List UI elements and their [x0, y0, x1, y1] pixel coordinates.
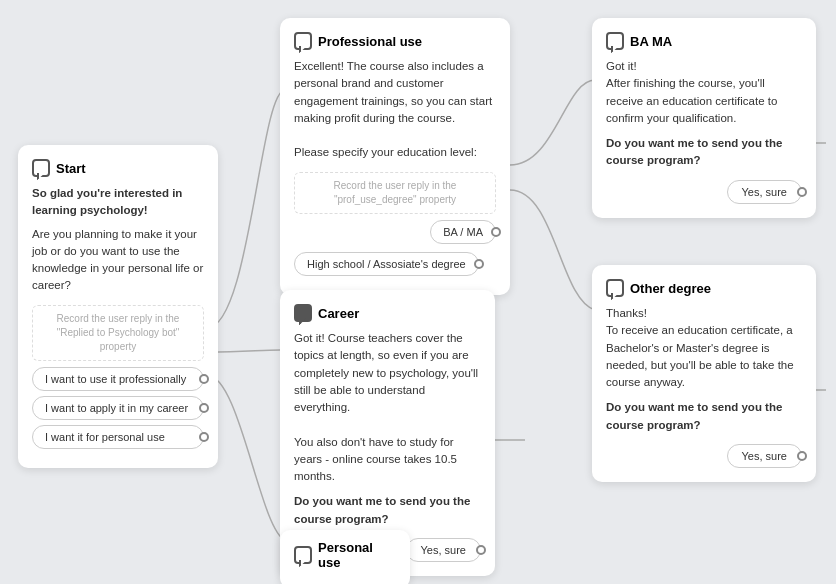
career-title: Career — [318, 306, 359, 321]
other-degree-body-bold: Do you want me to send you the course pr… — [606, 399, 802, 434]
professional-icon — [294, 32, 312, 50]
career-header: Career — [294, 304, 481, 322]
career-send-btn[interactable]: Yes, sure — [406, 538, 481, 562]
start-hint: Record the user reply in the "Replied to… — [32, 305, 204, 361]
highschool-dot — [474, 259, 484, 269]
career-body: Got it! Course teachers cover the topics… — [294, 330, 481, 485]
professional-node: Professional use Excellent! The course a… — [280, 18, 510, 295]
other-degree-header: Other degree — [606, 279, 802, 297]
personal-icon — [294, 546, 312, 564]
other-degree-title: Other degree — [630, 281, 711, 296]
career-icon — [294, 304, 312, 322]
choice-btn-3[interactable]: I want it for personal use — [32, 425, 204, 449]
other-degree-node: Other degree Thanks! To receive an educa… — [592, 265, 816, 482]
start-node-header: Start — [32, 159, 204, 177]
start-title: Start — [56, 161, 86, 176]
other-degree-icon — [606, 279, 624, 297]
professional-title: Professional use — [318, 34, 422, 49]
ba-ma-body-bold: Do you want me to send you the course pr… — [606, 135, 802, 170]
career-body-bold: Do you want me to send you the course pr… — [294, 493, 481, 528]
ba-ma-body: Got it! After finishing the course, you'… — [606, 58, 802, 127]
choice-btn-2[interactable]: I want to apply it in my career — [32, 396, 204, 420]
choice-btn-1[interactable]: I want to use it professionally — [32, 367, 204, 391]
start-node: Start So glad you're interested in learn… — [18, 145, 218, 468]
personal-header: Personal use — [294, 540, 396, 570]
ba-ma-send-btn[interactable]: Yes, sure — [727, 180, 802, 204]
other-degree-body: Thanks! To receive an education certific… — [606, 305, 802, 391]
ba-ma-title: BA MA — [630, 34, 672, 49]
ba-ma-header: BA MA — [606, 32, 802, 50]
ba-ma-node: BA MA Got it! After finishing the course… — [592, 18, 816, 218]
professional-header: Professional use — [294, 32, 496, 50]
other-degree-send-dot — [797, 451, 807, 461]
professional-body: Excellent! The course also includes a pe… — [294, 58, 496, 162]
start-chat-icon — [32, 159, 50, 177]
ba-ma-send-dot — [797, 187, 807, 197]
personal-title: Personal use — [318, 540, 396, 570]
career-send-dot — [476, 545, 486, 555]
connector-dot-1 — [199, 374, 209, 384]
ba-ma-dot — [491, 227, 501, 237]
other-degree-send-btn[interactable]: Yes, sure — [727, 444, 802, 468]
start-body-bold: So glad you're interested in learning ps… — [32, 185, 204, 220]
professional-hint: Record the user reply in the "prof_use_d… — [294, 172, 496, 214]
personal-node: Personal use — [280, 530, 410, 584]
start-body: Are you planning to make it your job or … — [32, 226, 204, 295]
ba-ma-icon — [606, 32, 624, 50]
ba-ma-btn[interactable]: BA / MA — [430, 220, 496, 244]
connector-dot-2 — [199, 403, 209, 413]
highschool-btn[interactable]: High school / Assosiate's degree — [294, 252, 479, 276]
connector-dot-3 — [199, 432, 209, 442]
